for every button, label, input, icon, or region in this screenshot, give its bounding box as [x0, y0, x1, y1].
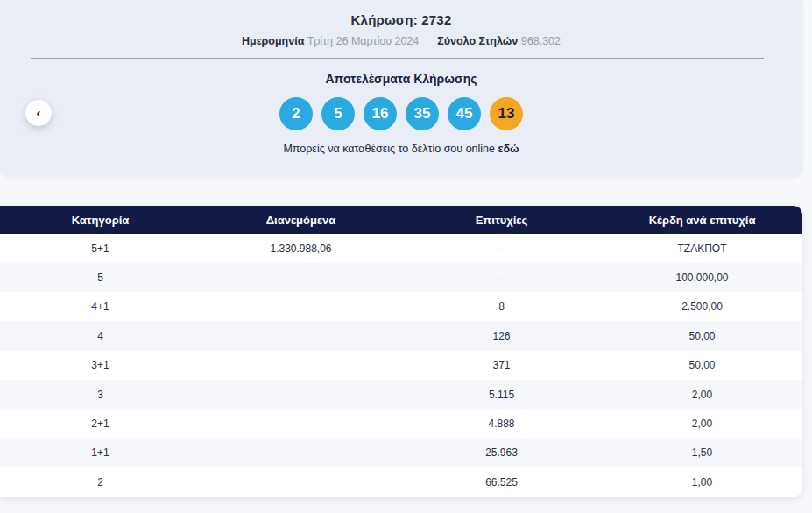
cell-category: 5+1 — [0, 242, 201, 255]
cell-prize: 1,50 — [602, 446, 802, 459]
columns-total-value: 968.302 — [521, 35, 561, 47]
cell-prize: 100.000,00 — [602, 271, 802, 284]
prize-table-body: 5+11.330.988,06-ΤΖΑΚΠΟΤ5-100.000,004+182… — [0, 234, 802, 497]
number-ball: 5 — [321, 97, 355, 130]
page: Κλήρωση: 2732 Ημερομηνία Τρίτη 26 Μαρτίο… — [0, 0, 812, 513]
cell-category: 5 — [0, 271, 201, 284]
table-row: 4+182.500,00 — [0, 292, 802, 321]
cell-category: 4+1 — [0, 300, 201, 313]
cell-winners: 126 — [401, 330, 602, 342]
cell-winners: 371 — [401, 359, 602, 371]
table-row: 35.1152,00 — [0, 380, 802, 409]
column-header: Κατηγορία — [0, 214, 201, 227]
chevron-left-icon: ‹ — [37, 105, 41, 120]
number-ball: 35 — [406, 97, 439, 130]
cell-prize: 50,00 — [602, 359, 802, 371]
cell-winners: - — [401, 271, 602, 284]
prize-table-header: ΚατηγορίαΔιανεμόμεναΕπιτυχίεςΚέρδη ανά ε… — [0, 206, 802, 234]
cell-prize: 1,00 — [602, 476, 802, 488]
table-row: 412650,00 — [0, 321, 802, 350]
cell-prize: ΤΖΑΚΠΟΤ — [602, 242, 802, 255]
cell-prize: 2,00 — [602, 418, 802, 430]
draw-title: Κλήρωση: 2732 — [0, 0, 802, 27]
draw-panel: Κλήρωση: 2732 Ημερομηνία Τρίτη 26 Μαρτίο… — [0, 0, 802, 176]
number-ball: 45 — [448, 97, 481, 130]
cell-category: 3+1 — [0, 359, 201, 371]
number-ball: 16 — [364, 97, 397, 130]
date-label: Ημερομηνία — [242, 35, 304, 47]
cell-winners: 5.115 — [401, 389, 602, 401]
table-row: 5-100.000,00 — [0, 263, 802, 292]
draw-meta: Ημερομηνία Τρίτη 26 Μαρτίου 2024 Σύνολο … — [0, 35, 802, 47]
winning-numbers: 2516354513 — [0, 97, 802, 130]
cta-link[interactable]: εδώ — [498, 143, 519, 155]
columns-total-label: Σύνολο Στηλών — [437, 35, 518, 47]
table-row: 5+11.330.988,06-ΤΖΑΚΠΟΤ — [0, 234, 802, 263]
results-title: Αποτελέσματα Κλήρωσης — [0, 72, 802, 86]
cell-winners: 66.525 — [401, 476, 602, 488]
table-row: 2+14.8882,00 — [0, 409, 802, 438]
cell-category: 3 — [0, 389, 201, 401]
cell-winners: 4.888 — [401, 418, 602, 430]
cell-winners: - — [401, 242, 602, 255]
column-header: Επιτυχίες — [401, 214, 602, 227]
cta-text: Μπορείς να καταθέσεις το δελτίο σου onli… — [283, 143, 498, 155]
cell-category: 4 — [0, 330, 201, 342]
date-value: Τρίτη 26 Μαρτίου 2024 — [307, 35, 420, 47]
prize-table: ΚατηγορίαΔιανεμόμεναΕπιτυχίεςΚέρδη ανά ε… — [0, 206, 802, 497]
table-row: 3+137150,00 — [0, 351, 802, 380]
cell-category: 1+1 — [0, 446, 201, 459]
cell-prize: 2.500,00 — [602, 300, 802, 313]
column-header: Κέρδη ανά επιτυχία — [602, 214, 802, 227]
table-row: 1+125.9631,50 — [0, 439, 802, 467]
cell-category: 2+1 — [0, 418, 201, 430]
previous-draw-button[interactable]: ‹ — [25, 100, 52, 126]
cta-line: Μπορείς να καταθέσεις το δελτίο σου onli… — [0, 143, 802, 155]
bonus-number-ball: 13 — [490, 97, 523, 130]
column-header: Διανεμόμενα — [201, 214, 401, 227]
cell-winners: 25.963 — [401, 446, 602, 459]
cell-distributed: 1.330.988,06 — [201, 242, 401, 255]
number-ball: 2 — [279, 97, 313, 130]
cell-category: 2 — [0, 476, 201, 488]
cell-winners: 8 — [401, 300, 602, 313]
cell-prize: 50,00 — [602, 330, 802, 342]
cell-prize: 2,00 — [602, 389, 802, 401]
divider — [31, 58, 764, 59]
table-row: 266.5251,00 — [0, 467, 802, 496]
